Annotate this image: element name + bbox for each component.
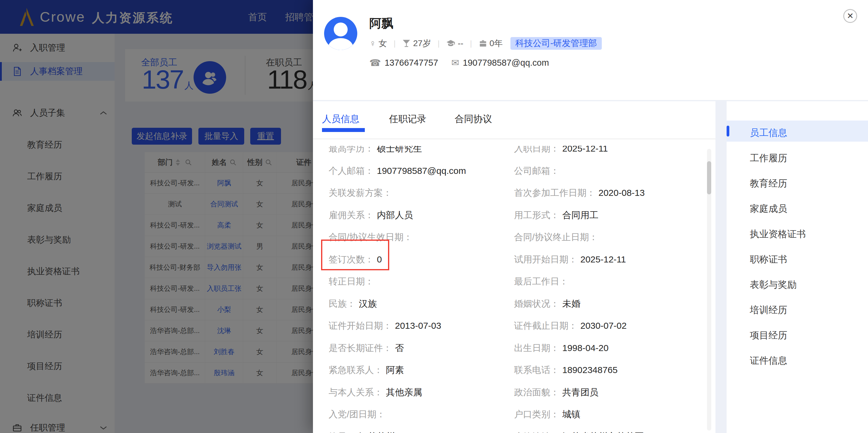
education-icon	[446, 39, 455, 48]
field-value: 汉族	[359, 299, 377, 308]
field-label: 个人邮箱：	[329, 166, 374, 176]
field-value: 1998-04-20	[562, 343, 609, 353]
field-row: 与本人关系：其他亲属 政治面貌：共青团员	[313, 387, 715, 397]
field-value: 2025-12-11	[562, 146, 608, 154]
anchor-nav-panel: 员工信息 工作履历 教育经历 家庭成员 执业资格证书 职称证书 表彰与奖励 培训…	[726, 101, 868, 433]
tab-divider	[313, 139, 715, 139]
field-row: 证件开始日期：2013-07-03 证件截止日期：2030-07-02	[313, 321, 715, 331]
phone-group: ☎ 13766747757	[369, 57, 438, 68]
field-label: 合同/协议终止日期：	[514, 232, 598, 242]
field-label: 与本人关系：	[329, 387, 383, 397]
field-value: 合同用工	[562, 210, 598, 220]
close-icon: ✕	[847, 11, 854, 21]
anchor-projects[interactable]: 项目经历	[750, 330, 787, 340]
anchor-family[interactable]: 家庭成员	[750, 204, 787, 214]
fields-scroll-area[interactable]: 最高学历：硕士研究生 入职日期：2025-12-11 个人邮箱：19077985…	[313, 146, 715, 433]
field-value: 江苏苏州	[359, 432, 395, 433]
field-label: 户籍地址：	[514, 432, 559, 433]
field-value: 硕士研究生	[377, 146, 422, 154]
close-button[interactable]: ✕	[843, 9, 857, 23]
field-value: 未婚	[562, 299, 580, 308]
employee-name: 阿飘	[369, 15, 394, 32]
field-row: 紧急联系人：阿素 联系电话：18902348765	[313, 365, 715, 375]
field-value: 内部人员	[377, 210, 413, 220]
field-label: 用工形式：	[514, 210, 559, 220]
highlight-box-signing-count	[321, 239, 389, 270]
field-label: 籍贯：	[329, 432, 356, 433]
field-value: 2025-12-11	[580, 254, 626, 264]
education-value: --	[458, 39, 463, 48]
field-label: 入职日期：	[514, 146, 559, 154]
employee-detail-modal: 阿飘 ♀ 女 | 27岁 | --	[313, 0, 868, 433]
field-label: 联系电话：	[514, 365, 559, 375]
employee-contacts-row: ☎ 13766747757 ✉ 1907798587@qq.com	[369, 57, 549, 68]
active-tab-underline	[322, 128, 365, 132]
meta-divider: |	[470, 39, 472, 48]
field-row: 个人邮箱：1907798587@qq.com 公司邮箱：	[313, 166, 715, 176]
field-value: 共青团员	[562, 387, 598, 397]
modal-content-panel: 人员信息 任职记录 合同协议 最高学历：硕士研究生 入职日期：2025-12-1…	[313, 101, 715, 433]
field-value: 2030-07-02	[580, 321, 626, 331]
field-label: 户口类别：	[514, 409, 559, 419]
anchor-education[interactable]: 教育经历	[750, 178, 787, 189]
work-years-value: 0年	[490, 38, 503, 49]
content-scrollbar-thumb[interactable]	[707, 161, 711, 194]
field-label: 雇佣关系：	[329, 210, 374, 220]
gender-icon: ♀	[369, 38, 376, 48]
field-label: 公司邮箱：	[514, 166, 559, 176]
field-label: 关联发薪方案：	[329, 188, 392, 198]
department-tag: 科技公司-研发管理部	[510, 37, 602, 50]
field-label: 最后工作日：	[514, 276, 568, 286]
field-label: 转正日期：	[329, 276, 374, 286]
field-value: 18902348765	[562, 365, 618, 375]
avatar	[324, 17, 357, 50]
field-value: 1907798587@qq.com	[377, 166, 466, 176]
modal-header: 阿飘 ♀ 女 | 27岁 | --	[313, 0, 868, 101]
field-row: 是否长期证件：否 出生日期：1998-04-20	[313, 343, 715, 353]
anchor-training[interactable]: 培训经历	[750, 305, 787, 315]
work-years-icon	[479, 39, 487, 47]
anchor-employee-info[interactable]: 员工信息	[750, 128, 787, 138]
field-label: 首次参加工作日期：	[514, 188, 595, 198]
field-label: 出生日期：	[514, 343, 559, 353]
field-row: 最高学历：硕士研究生 入职日期：2025-12-11	[313, 146, 715, 154]
field-row: 雇佣关系：内部人员 用工形式：合同用工	[313, 210, 715, 220]
tab-position-records[interactable]: 任职记录	[389, 113, 426, 125]
field-value: 城镇	[562, 409, 580, 419]
anchor-title-cert[interactable]: 职称证书	[750, 254, 787, 265]
age-value: 27岁	[413, 38, 431, 49]
field-value: 2013-07-03	[395, 321, 441, 331]
phone-value: 13766747757	[385, 58, 438, 68]
field-row: 民族：汉族 婚姻状况：未婚	[313, 299, 715, 309]
field-label: 试用开始日期：	[514, 254, 577, 264]
field-value: 江苏省苏州市某某区	[562, 432, 644, 433]
field-value: 其他亲属	[386, 387, 422, 397]
field-label: 是否长期证件：	[329, 343, 392, 353]
field-value: 2020-08-13	[598, 188, 645, 198]
anchor-certificates[interactable]: 证件信息	[750, 356, 787, 366]
field-value: 阿素	[386, 365, 404, 375]
field-value: 否	[395, 343, 404, 353]
email-group: ✉ 1907798587@qq.com	[451, 57, 549, 68]
field-row: 入党/团日期： 户口类别：城镇	[313, 409, 715, 420]
phone-icon: ☎	[369, 57, 381, 68]
anchor-qualification-cert[interactable]: 执业资格证书	[750, 229, 806, 239]
tab-person-info[interactable]: 人员信息	[322, 113, 360, 125]
email-value: 1907798587@qq.com	[463, 58, 549, 68]
employee-meta-row: ♀ 女 | 27岁 | -- |	[369, 37, 602, 50]
field-label: 最高学历：	[329, 146, 374, 154]
anchor-work-history[interactable]: 工作履历	[750, 153, 787, 163]
field-label: 民族：	[329, 299, 356, 308]
field-label: 入党/团日期：	[329, 409, 385, 419]
tab-contracts[interactable]: 合同协议	[455, 113, 492, 125]
anchor-active-background	[726, 121, 868, 142]
anchor-active-indicator	[726, 126, 729, 136]
field-label: 婚姻状况：	[514, 299, 559, 308]
field-row: 转正日期： 最后工作日：	[313, 276, 715, 287]
field-label: 紧急联系人：	[329, 365, 383, 375]
meta-divider: |	[437, 39, 440, 48]
field-row: 关联发薪方案： 首次参加工作日期：2020-08-13	[313, 188, 715, 198]
field-label: 证件截止日期：	[514, 321, 577, 331]
field-label: 证件开始日期：	[329, 321, 392, 331]
anchor-awards[interactable]: 表彰与奖励	[750, 279, 797, 290]
